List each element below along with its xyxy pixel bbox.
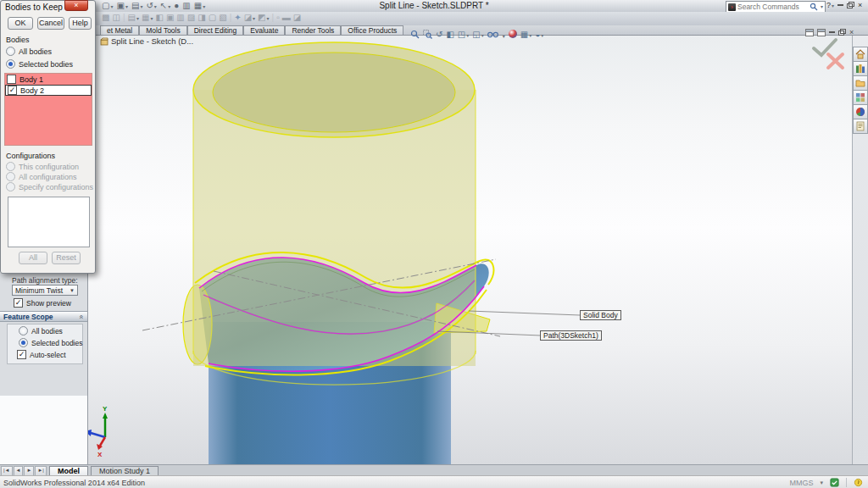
section-view-icon[interactable]: ◧	[446, 30, 453, 39]
status-tag-icon[interactable]	[830, 478, 839, 487]
view-settings-icon[interactable]: ◒	[535, 30, 543, 39]
all-configurations-button[interactable]: All	[19, 252, 47, 264]
all-bodies-option[interactable]: All bodies	[6, 47, 52, 56]
feature-scope-header[interactable]: « Feature Scope	[0, 311, 87, 322]
specify-configurations-radio[interactable]	[6, 182, 15, 191]
toolbar-icon[interactable]: ◧	[155, 13, 163, 22]
tab-mold-tools[interactable]: Mold Tools	[139, 25, 186, 35]
new-document-icon[interactable]: ▢	[102, 1, 113, 12]
close-button[interactable]: ×	[858, 1, 862, 9]
show-preview-checkbox[interactable]: ✓	[14, 298, 23, 308]
minimize-button[interactable]	[837, 4, 843, 6]
toolbar-icon[interactable]: ▨	[187, 13, 195, 22]
help-button[interactable]: Help	[69, 17, 92, 30]
graphics-viewport[interactable]	[88, 35, 852, 464]
search-commands-box[interactable]: ›	[726, 1, 826, 13]
show-preview-option[interactable]: ✓ Show preview	[14, 298, 71, 308]
resources-home-button[interactable]	[853, 47, 868, 62]
save-icon[interactable]: ▣	[116, 1, 127, 12]
previous-view-icon[interactable]: ↺	[436, 30, 442, 39]
appearances-button[interactable]	[853, 104, 868, 119]
reset-button[interactable]: Reset	[52, 252, 81, 264]
all-bodies-radio[interactable]	[6, 47, 15, 56]
collapse-icon[interactable]: «	[78, 315, 86, 319]
view-palette-button[interactable]	[853, 90, 868, 105]
restore-button[interactable]	[847, 2, 854, 8]
selected-bodies-option[interactable]: Selected bodies	[6, 59, 73, 69]
toolbar-icon[interactable]: ▫	[276, 13, 280, 22]
selected-bodies-radio[interactable]	[6, 59, 15, 69]
edit-appearance-icon[interactable]	[509, 30, 517, 38]
all-configurations-radio[interactable]	[6, 172, 15, 181]
cancel-button[interactable]: Cancel	[37, 17, 64, 30]
rebuild-icon[interactable]: ●	[174, 1, 179, 11]
hide-show-dropdown-icon[interactable]	[502, 26, 505, 42]
fs-all-bodies-option[interactable]: All bodies	[19, 326, 63, 336]
this-configuration-radio[interactable]	[6, 162, 15, 171]
file-properties-icon[interactable]: ▥	[182, 1, 190, 11]
this-configuration-option[interactable]: This configuration	[6, 162, 79, 171]
toolbar-icon[interactable]: ▦	[142, 13, 153, 22]
select-icon[interactable]: ↖	[160, 1, 170, 12]
toolbar-icon[interactable]: ◩	[258, 13, 269, 22]
callout-solid-body[interactable]: Solid Body	[580, 310, 621, 320]
specify-configurations-option[interactable]: Specify configurations	[6, 182, 93, 191]
toolbar-icon[interactable]: ▬	[282, 13, 291, 22]
quick-tips-icon[interactable]	[854, 478, 863, 487]
body-list-row-selected[interactable]: ✓ Body 2	[5, 85, 92, 96]
configurations-list[interactable]	[8, 197, 90, 247]
zoom-fit-icon[interactable]	[410, 30, 420, 39]
fs-selected-bodies-radio[interactable]	[19, 338, 28, 347]
toolbar-icon[interactable]: ◨	[198, 13, 205, 22]
toolbar-icon[interactable]: ◫	[112, 13, 120, 22]
callout-path-sketch[interactable]: Path(3DSketch1)	[540, 330, 602, 341]
toolbar-icon[interactable]: ◪	[244, 13, 255, 22]
fs-selected-bodies-option[interactable]: Selected bodies	[19, 338, 83, 347]
toolbar-icon[interactable]: ▩	[102, 13, 109, 22]
help-icon[interactable]: ?	[826, 1, 834, 9]
undo-icon[interactable]: ↺	[146, 1, 156, 12]
tab-sheet-metal[interactable]: et Metal	[100, 25, 139, 35]
all-configurations-option[interactable]: All configurations	[6, 172, 77, 181]
print-icon[interactable]: ▤	[131, 1, 142, 12]
hide-show-items-icon[interactable]	[487, 30, 498, 38]
toolbar-icon[interactable]: ◪	[293, 13, 301, 22]
options-icon[interactable]: ▦	[194, 1, 205, 12]
units-indicator[interactable]: MMGS	[789, 479, 813, 487]
doc-minimize-button[interactable]	[829, 31, 835, 33]
tab-render-tools[interactable]: Render Tools	[285, 25, 341, 35]
display-style-icon[interactable]: ◱	[472, 30, 483, 39]
tab-evaluate[interactable]: Evaluate	[243, 25, 285, 35]
units-dropdown-icon[interactable]: ▾	[820, 480, 823, 486]
doc-restore-button[interactable]	[838, 29, 846, 36]
body2-checkbox[interactable]: ✓	[8, 86, 17, 95]
custom-properties-button[interactable]	[853, 119, 868, 134]
auto-select-option[interactable]: ✓ Auto-select	[17, 350, 66, 359]
feature-tree-header[interactable]: Split Line - Sketch (D...	[100, 36, 193, 46]
apply-scene-icon[interactable]: ▦	[520, 30, 531, 39]
body-list-row[interactable]: Body 1	[5, 74, 92, 85]
search-icon[interactable]	[810, 3, 818, 11]
tab-direct-editing[interactable]: Direct Editing	[187, 25, 244, 35]
toolbar-icon[interactable]: ▧	[219, 13, 226, 22]
fs-all-bodies-radio[interactable]	[19, 326, 28, 336]
body1-checkbox[interactable]	[7, 75, 16, 84]
toolbar-icon[interactable]: ▤	[128, 13, 139, 22]
zoom-area-icon[interactable]	[423, 30, 432, 39]
auto-select-checkbox[interactable]: ✓	[17, 350, 26, 359]
pane-view-icon[interactable]	[817, 29, 826, 36]
toolbar-icon[interactable]: ▢	[209, 13, 216, 22]
path-alignment-dropdown[interactable]: Minimum Twist ▼	[12, 285, 78, 296]
search-input[interactable]	[737, 3, 808, 11]
ok-button[interactable]: OK	[8, 17, 33, 30]
toolbar-icon[interactable]: ✦	[234, 13, 241, 22]
search-options-icon[interactable]	[820, 2, 823, 12]
toolbar-icon[interactable]: ▥	[176, 13, 184, 22]
pane-split-icon[interactable]	[805, 29, 814, 36]
dialog-close-button[interactable]: ×	[64, 0, 88, 11]
view-orientation-icon[interactable]: ◳	[458, 30, 469, 39]
tab-office-products[interactable]: Office Products	[341, 25, 403, 35]
doc-close-button[interactable]: ×	[849, 28, 854, 36]
toolbar-icon[interactable]: ▣	[166, 13, 174, 22]
design-library-button[interactable]	[853, 61, 868, 76]
